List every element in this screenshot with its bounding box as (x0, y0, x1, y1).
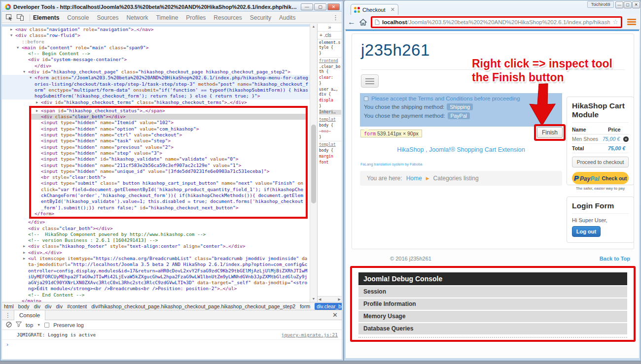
scroll-left-icon[interactable]: ◀ (319, 298, 321, 301)
code-line[interactable]: <div id="system-message-container"> (2, 57, 310, 63)
minimize-button[interactable]: — (615, 1, 623, 8)
paypal-checkout-button[interactable]: P PayPal Check out (572, 172, 629, 184)
code-line[interactable]: <div class="clear_both"></div> (31, 114, 306, 120)
filter-icon[interactable] (16, 322, 22, 328)
code-line[interactable]: </div> (2, 219, 310, 225)
toggle-class-button[interactable]: .cls (324, 33, 331, 38)
browser-menu-icon[interactable] (626, 18, 637, 26)
remove-item-icon[interactable]: ✕ (623, 136, 629, 142)
styles-entry[interactable]: templat (319, 141, 341, 147)
styles-entry[interactable]: templat (319, 116, 341, 122)
falang-link[interactable]: FaLang translation system by Faboba (360, 162, 423, 166)
device-toolbar-icon[interactable] (16, 14, 25, 22)
url-text[interactable]: localhost/Joomla%203.5%20beta%202%20AND%… (382, 19, 610, 25)
styles-entry[interactable]: Inheri… (319, 110, 341, 115)
nav-toggle-button[interactable] (361, 74, 379, 88)
maximize-button[interactable]: ▢ (314, 3, 326, 10)
devtools-tab-timeline[interactable]: Timeline (156, 14, 178, 21)
code-line[interactable]: ▼<main id="content" role="main" class="s… (2, 45, 310, 51)
drawer-menu-icon[interactable]: ⋮ (2, 312, 14, 319)
devtools-tab-console[interactable]: Console (67, 14, 89, 21)
dom-crumb[interactable]: div (56, 303, 63, 309)
code-line[interactable]: </main> (2, 298, 310, 302)
code-line[interactable]: ▼<form action="/Joomla%203.5%20beta%202%… (2, 75, 310, 99)
styles-entry[interactable]: font (319, 160, 341, 165)
back-icon[interactable]: ← (348, 18, 356, 27)
scroll-right-icon[interactable]: ▶ (338, 298, 341, 301)
code-line[interactable]: ▶<div class="hikashop_footer" style="tex… (2, 243, 310, 249)
styles-entry[interactable]: frontend (319, 57, 341, 64)
styles-entry[interactable]: user a…, div { (319, 87, 341, 97)
dom-crumb-selected[interactable]: div.clear_bo (315, 303, 342, 310)
page-icon[interactable] (375, 19, 380, 25)
debug-row-database-queries[interactable]: Database Queries (358, 323, 627, 334)
devtools-tab-resources[interactable]: Resources (214, 14, 242, 21)
devtools-tab-profiles[interactable]: Profiles (186, 14, 206, 21)
scroll-up-icon[interactable]: ▲ (310, 24, 317, 30)
styles-hscrollbar[interactable]: ◀▶ (318, 296, 342, 302)
console-prompt-icon[interactable]: › (2, 340, 342, 349)
bookmark-star-icon[interactable]: ☆ (612, 18, 618, 26)
url-bar-red-box[interactable]: localhost/Joomla%203.5%20beta%202%20AND%… (371, 16, 622, 28)
code-line[interactable]: <input type="hidden" name="Itemid" value… (31, 120, 306, 126)
styles-entry[interactable]: body { (319, 148, 341, 153)
terms-checkbox[interactable] (364, 97, 368, 101)
debug-row-memory-usage[interactable]: Memory Usage (358, 311, 627, 322)
code-line[interactable]: ::before (2, 39, 310, 45)
code-line[interactable]: <!-- Begin Content --> (2, 51, 310, 57)
hikashop-link[interactable]: HikaShop , Joomla!® Shopping Cart Extens… (360, 146, 562, 153)
preserve-log-checkbox[interactable] (44, 323, 49, 328)
browser-tab[interactable]: Checkout ✕ (351, 4, 398, 15)
tab-close-icon[interactable]: ✕ (391, 6, 395, 13)
inspect-element-icon[interactable] (5, 14, 14, 22)
code-line[interactable]: ▶<div>…</div> (2, 250, 310, 256)
code-line[interactable]: ▼<div class="row-fluid"> (2, 33, 310, 38)
code-line[interactable]: ▶<div id="hikashop_checkout_terms" class… (2, 99, 310, 105)
code-line[interactable]: <input type="hidden" name="211cf583e2b56… (31, 163, 306, 168)
code-line[interactable]: <!-- HikaShop Component powered by http:… (2, 232, 310, 237)
styles-entry[interactable]: } (319, 81, 341, 86)
styles-overflow-icon[interactable]: » (318, 24, 342, 32)
code-line[interactable]: <div class="clear_both"></div> (2, 226, 310, 232)
new-rule-icon[interactable]: + (320, 33, 322, 38)
code-line[interactable]: <br style="clear:both"> (31, 174, 306, 180)
dom-crumb[interactable]: div (34, 303, 40, 309)
styles-toolbar[interactable]: + .cls (318, 32, 342, 39)
close-button[interactable]: ✕ (327, 3, 340, 10)
maximize-button[interactable]: ▢ (624, 1, 632, 8)
code-line[interactable]: <!-- version Business : 2.6.1 [160429141… (2, 237, 310, 243)
devtools-tab-elements[interactable]: Elements (33, 14, 59, 21)
styles-entry[interactable]: body { (319, 123, 341, 128)
chevron-down-icon[interactable]: ▼ (37, 323, 40, 327)
code-line[interactable]: ▶<span id="hikashop_checkout_status">…</… (31, 108, 306, 114)
back-to-top-link[interactable]: Back to Top (600, 256, 630, 262)
code-line[interactable]: <input type="hidden" name="ctrl" value="… (31, 132, 306, 138)
code-line[interactable]: ▶<nav class="navigation" role="navigatio… (2, 27, 310, 33)
proceed-to-checkout-button[interactable]: Proceed to checkout (572, 157, 629, 167)
code-line[interactable]: ▶<ul itemscope itemtype="https://schema.… (2, 256, 310, 292)
minimize-button[interactable]: — (301, 3, 313, 10)
home-icon[interactable] (359, 19, 367, 26)
devtools-tab-security[interactable]: Security (250, 14, 271, 21)
styles-entry[interactable]: } (319, 51, 341, 56)
styles-entry[interactable]: -moz- (319, 129, 341, 134)
scrollbar-thumb[interactable] (311, 125, 316, 203)
scroll-down-icon[interactable]: ▼ (310, 296, 317, 302)
styles-entry[interactable]: margin (319, 154, 341, 159)
styles-entry[interactable]: displa (319, 98, 341, 103)
elements-scrollbar[interactable]: ▲ ▼ (310, 24, 317, 302)
profile-button[interactable]: Toichiro69 (587, 1, 614, 8)
styles-entry[interactable]: } (319, 104, 341, 109)
devtools-tab-sources[interactable]: Sources (97, 14, 118, 21)
code-line[interactable]: <input type="hidden" id="hikashop_valida… (31, 156, 306, 162)
dom-crumb[interactable]: div#hikashop_checkout_page.hikashop_chec… (91, 303, 295, 309)
drawer-close-icon[interactable]: ✕ (332, 311, 338, 319)
console-tab[interactable]: Console (14, 310, 45, 320)
debug-row-session[interactable]: Session (358, 286, 627, 298)
logout-button[interactable]: Log out (572, 226, 601, 237)
dom-crumb[interactable]: #content (67, 303, 87, 309)
console-source-link[interactable]: jquery-migrate.js:21 (282, 332, 338, 337)
code-line[interactable]: <input type="hidden" name="previous" val… (31, 144, 306, 150)
code-line[interactable]: <input type="hidden" name="option" value… (31, 126, 306, 132)
styles-entry[interactable]: element.style { (319, 40, 341, 50)
